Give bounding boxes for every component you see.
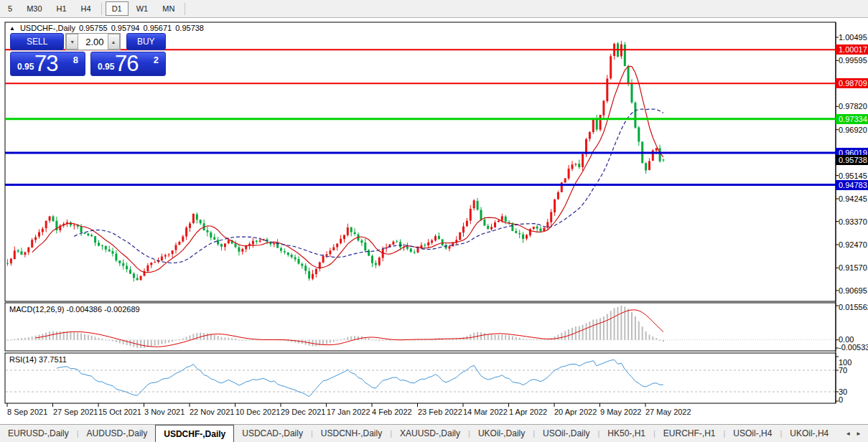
price-tick-label: 0.93370 bbox=[839, 217, 867, 226]
price-tick-label: 0.96920 bbox=[839, 126, 867, 134]
rsi-pane-border bbox=[5, 353, 836, 403]
ohlc-low: 0.95671 bbox=[143, 24, 172, 32]
price-tick-label: 0.92470 bbox=[839, 240, 867, 249]
chart-tab-usoil-daily[interactable]: USOil-,Daily bbox=[535, 425, 597, 442]
price-tick-label: 0.91570 bbox=[839, 263, 867, 272]
volume-stepper: ▼ 2.00 ▲ bbox=[65, 33, 120, 50]
chart-tab-xauusd-daily[interactable]: XAUUSD-,Daily bbox=[392, 425, 468, 442]
price-line-badge: 0.98709 bbox=[836, 78, 868, 88]
date-tick-label: 20 Apr 2022 bbox=[554, 408, 597, 416]
rsi-scale-label: 0 bbox=[839, 395, 843, 404]
date-tick-label: 14 Mar 2022 bbox=[463, 408, 508, 416]
price-line-badge: 0.97334 bbox=[836, 114, 868, 124]
ohlc-high: 0.95794 bbox=[111, 24, 140, 32]
buy-button[interactable]: BUY bbox=[126, 33, 166, 50]
date-tick-label: 8 Sep 2021 bbox=[7, 408, 47, 416]
date-tick-label: 9 May 2022 bbox=[600, 408, 641, 416]
price-tick-label: 0.94245 bbox=[839, 194, 867, 203]
chart-tab-usdchf-daily[interactable]: USDCHF-,Daily bbox=[155, 425, 234, 442]
ask-prefix: 0.95 bbox=[98, 62, 114, 72]
volume-input[interactable]: 2.00 bbox=[78, 34, 107, 50]
bid-big-digits: 73 bbox=[34, 51, 57, 77]
ask-quote[interactable]: 0.95 76 2 bbox=[90, 52, 166, 76]
date-tick-label: 27 Sep 2021 bbox=[53, 408, 98, 416]
price-line-badge: 0.95738 bbox=[836, 155, 868, 165]
date-tick-label: 29 Dec 2021 bbox=[281, 408, 325, 416]
sell-button[interactable]: SELL bbox=[10, 33, 64, 50]
date-tick-label: 4 Feb 2022 bbox=[372, 408, 412, 416]
chart-symbol-label: USDCHF-,Daily bbox=[20, 24, 75, 32]
chart-tab-usdcnh-daily[interactable]: USDCNH-,Daily bbox=[313, 425, 390, 442]
bid-quote[interactable]: 0.95 73 8 bbox=[10, 52, 85, 76]
tab-scroll-left-icon[interactable]: ◄ bbox=[845, 431, 851, 437]
chart-tab-audusd-daily[interactable]: AUDUSD-,Daily bbox=[79, 425, 156, 442]
volume-increase-button[interactable]: ▲ bbox=[108, 34, 120, 50]
ask-big-digits: 76 bbox=[115, 51, 138, 77]
chart-header: ▲ USDCHF-,Daily 0.95755 0.95794 0.95671 … bbox=[9, 24, 204, 32]
price-tick-label: 0.99595 bbox=[839, 56, 867, 65]
chart-tab-eurusd-daily[interactable]: EURUSD-,Daily bbox=[0, 425, 77, 442]
chart-tab-eurchf-h1[interactable]: EURCHF-,H1 bbox=[655, 425, 724, 442]
macd-scale-max: 0.015562 bbox=[839, 303, 868, 311]
price-line-badge: 0.94783 bbox=[836, 180, 868, 190]
bid-pip-digit: 8 bbox=[73, 55, 78, 65]
chart-tab-ukoil-h4[interactable]: UKOil-,H4 bbox=[782, 425, 836, 442]
date-tick-label: 27 May 2022 bbox=[645, 408, 691, 416]
chart-tab-ukoil-daily[interactable]: UKOil-,Daily bbox=[470, 425, 533, 442]
tab-scroll-nav: ◄► bbox=[839, 425, 868, 442]
bid-prefix: 0.95 bbox=[17, 62, 34, 72]
macd-indicator-label: MACD(12,26,9) -0.004386 -0.002689 bbox=[9, 305, 140, 314]
date-tick-label: 10 Dec 2021 bbox=[235, 408, 280, 416]
price-tick-label: 0.95145 bbox=[839, 171, 867, 180]
rsi-scale-label: 70 bbox=[839, 366, 847, 375]
chart-tab-usoil-h4[interactable]: USOil-,H4 bbox=[725, 425, 780, 442]
price-tick-label: 0.90695 bbox=[839, 286, 867, 295]
price-tick-label: 1.00495 bbox=[839, 33, 867, 42]
tab-scroll-right-icon[interactable]: ► bbox=[856, 431, 862, 437]
ohlc-close: 0.95738 bbox=[175, 24, 204, 32]
chart-tab-usdcad-daily[interactable]: USDCAD-,Daily bbox=[234, 425, 311, 442]
date-tick-label: 22 Nov 2021 bbox=[190, 408, 234, 416]
date-tick-label: 1 Apr 2022 bbox=[509, 408, 547, 416]
macd-scale-min: -0.005335 bbox=[839, 343, 868, 352]
date-tick-label: 3 Nov 2021 bbox=[144, 408, 185, 416]
ohlc-open: 0.95755 bbox=[79, 24, 108, 32]
collapse-panel-icon[interactable]: ▲ bbox=[9, 25, 15, 32]
price-line-badge: 1.00017 bbox=[836, 44, 868, 55]
date-tick-label: 15 Oct 2021 bbox=[98, 408, 141, 416]
date-tick-label: 23 Feb 2022 bbox=[418, 408, 462, 416]
rsi-indicator-label: RSI(14) 37.7511 bbox=[9, 355, 67, 364]
ask-pip-digit: 2 bbox=[154, 55, 159, 65]
volume-decrease-button[interactable]: ▼ bbox=[66, 34, 78, 50]
one-click-trading-panel: SELL ▼ 2.00 ▲ BUY 0.95 73 8 0.95 76 2 bbox=[10, 33, 166, 76]
chart-tab-bar: EURUSD-,Daily|AUDUSD-,DailyUSDCHF-,Daily… bbox=[0, 424, 868, 442]
chart-tab-hk50-h1[interactable]: HK50-,H1 bbox=[599, 425, 653, 442]
price-tick-label: 0.97820 bbox=[839, 102, 867, 110]
date-tick-label: 17 Jan 2022 bbox=[327, 408, 370, 416]
